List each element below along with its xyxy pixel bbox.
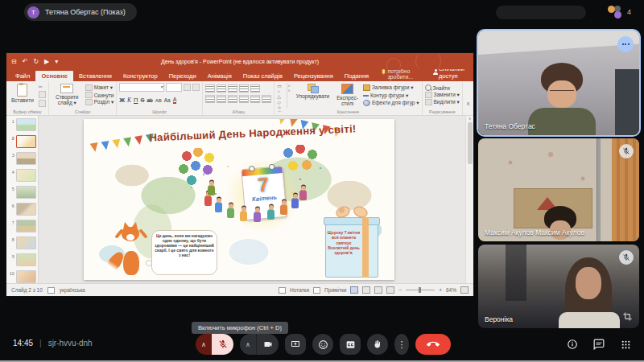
bold-button[interactable]: Ж	[119, 97, 125, 104]
shape-effects-button[interactable]: Ефекти для фігур ▾	[363, 100, 419, 106]
change-case-button[interactable]: АВ	[155, 98, 162, 103]
shape-fill-button[interactable]: Заливка фігури ▾	[363, 84, 419, 91]
align-left-icon[interactable]	[205, 95, 215, 103]
activities-button[interactable]	[618, 337, 633, 352]
camera-options-chevron[interactable]: ∧	[240, 334, 257, 355]
qat-dropdown-icon[interactable]: ▾	[55, 58, 58, 65]
shapes-scrollbar[interactable]: ∧ ∨	[287, 83, 291, 108]
tab-insert[interactable]: Вставлення	[73, 71, 118, 81]
slide-thumbnail-1[interactable]: 1	[8, 118, 36, 131]
copy-icon[interactable]	[39, 91, 46, 98]
mic-toggle-button[interactable]	[212, 334, 233, 355]
tab-home[interactable]: Основне	[35, 71, 72, 81]
shapes-gallery[interactable]: ▭ ○ △ ◇ ☆ ⌒ ▱ ✦ ∿ ⊂ ◠	[277, 83, 283, 108]
strikethrough-button[interactable]: S	[140, 97, 144, 104]
collapse-ribbon-icon[interactable]: ∧	[463, 101, 473, 115]
tab-transitions[interactable]: Переходи	[163, 71, 202, 81]
tab-file[interactable]: Файл	[10, 71, 35, 81]
meeting-details-button[interactable]	[565, 337, 580, 352]
font-color-button[interactable]: А	[173, 97, 177, 104]
slide-thumbnail-4[interactable]: 4	[8, 169, 36, 182]
slide-thumbnail-9[interactable]: 9	[8, 253, 36, 266]
fit-to-window-icon[interactable]	[460, 286, 469, 294]
tab-animations[interactable]: Анімація	[202, 71, 237, 81]
align-right-icon[interactable]	[228, 95, 237, 103]
bullets-icon[interactable]	[205, 84, 215, 93]
font-size-box[interactable]	[166, 83, 182, 92]
participant-tile-maksym[interactable]: Максим Акулов Максим Акулов	[478, 138, 639, 241]
tab-slideshow[interactable]: Показ слайдів	[237, 71, 288, 81]
current-slide[interactable]: Найбільший День Народження у світі! 7 Кв…	[84, 119, 394, 280]
mic-options-chevron[interactable]: ∧	[196, 334, 212, 355]
new-slide-button[interactable]: Створити слайд ▾	[52, 83, 83, 108]
shape-outline-button[interactable]: Контур фігури ▾	[363, 93, 419, 99]
undo-icon[interactable]: ↶	[23, 58, 28, 65]
slide-thumbnail-5[interactable]: 5	[8, 186, 36, 199]
zoom-out-icon[interactable]: −	[398, 287, 402, 293]
slideshow-view-icon[interactable]	[386, 286, 394, 294]
slide-sorter-view-icon[interactable]	[362, 286, 370, 294]
end-call-button[interactable]	[415, 334, 451, 355]
columns-icon[interactable]	[250, 95, 260, 103]
presenter-pill[interactable]: Т Тетяна Обертас (Показ)	[24, 3, 137, 21]
participant-tile-veronika[interactable]: Вероніка	[478, 245, 639, 328]
cut-icon[interactable]: ✂	[39, 84, 46, 89]
tile-more-options-button[interactable]	[617, 36, 634, 52]
present-screen-button[interactable]	[285, 334, 306, 355]
clear-format-button[interactable]: Аа	[164, 97, 171, 103]
comments-label[interactable]: Примітки	[324, 287, 346, 293]
slide-thumbnail-10[interactable]: 10	[8, 270, 36, 283]
captions-button[interactable]	[340, 334, 361, 355]
spellcheck-icon[interactable]	[47, 287, 55, 294]
text-direction-icon[interactable]	[262, 95, 271, 103]
comments-icon[interactable]	[313, 287, 320, 294]
line-spacing-icon[interactable]	[250, 84, 260, 93]
align-center-icon[interactable]	[217, 95, 226, 103]
italic-button[interactable]: К	[127, 97, 131, 104]
save-icon[interactable]: ⊟	[11, 58, 17, 65]
font-name-box[interactable]	[119, 83, 164, 92]
notes-label[interactable]: Нотатки	[290, 287, 309, 293]
indent-decrease-icon[interactable]	[228, 84, 237, 93]
language-label[interactable]: українська	[60, 287, 85, 293]
reset-button[interactable]: Скинути	[85, 92, 114, 98]
crop-icon[interactable]	[621, 310, 634, 323]
section-button[interactable]: Розділ ▾	[85, 99, 114, 105]
paste-button[interactable]: Вставити	[9, 83, 36, 108]
participant-tile-tetiana[interactable]: Тетяна Обертас	[478, 31, 639, 135]
select-button[interactable]: Виділити ▾	[425, 99, 460, 105]
replace-button[interactable]: Замінити ▾	[425, 92, 460, 98]
zoom-level[interactable]: 64%	[446, 287, 456, 293]
raise-hand-button[interactable]	[367, 334, 388, 355]
slide-thumbnail-7[interactable]: 7	[8, 220, 36, 232]
tab-design[interactable]: Конструктор	[118, 71, 163, 81]
camera-toggle-button[interactable]	[257, 334, 279, 355]
reading-view-icon[interactable]	[374, 286, 382, 294]
numbering-icon[interactable]	[217, 84, 226, 93]
arrange-button[interactable]: Упорядкувати	[294, 83, 332, 108]
normal-view-icon[interactable]	[350, 286, 358, 294]
canvas-scrollbar[interactable]: ∧	[465, 116, 473, 283]
slide-thumbnail-3[interactable]: 3	[8, 152, 36, 165]
slide-thumbnail-8[interactable]: 8	[8, 237, 36, 249]
tab-view[interactable]: Подання	[339, 71, 374, 81]
chat-button[interactable]	[592, 337, 606, 352]
indent-increase-icon[interactable]	[239, 84, 249, 93]
reactions-button[interactable]	[312, 334, 333, 355]
quick-styles-button[interactable]: Експрес-стилі	[334, 83, 361, 108]
grow-font-icon[interactable]	[184, 84, 191, 91]
redo-icon[interactable]: ↻	[33, 58, 39, 65]
participants-avatar-cluster[interactable]	[607, 5, 623, 19]
slideshow-icon[interactable]: ▶	[44, 58, 49, 65]
format-painter-icon[interactable]	[39, 100, 46, 107]
more-options-button[interactable]: ⋮	[394, 334, 409, 355]
notes-icon[interactable]	[279, 287, 286, 294]
find-button[interactable]: Знайти	[425, 84, 460, 91]
layout-button[interactable]: Макет ▾	[85, 84, 114, 91]
zoom-slider[interactable]	[406, 290, 435, 290]
slide-thumbnail-6[interactable]: 6	[8, 203, 36, 216]
zoom-in-icon[interactable]: +	[439, 287, 442, 293]
underline-button[interactable]: П	[134, 97, 138, 104]
justify-icon[interactable]	[239, 95, 249, 103]
slide-thumbnail-2[interactable]: 2	[8, 135, 36, 148]
